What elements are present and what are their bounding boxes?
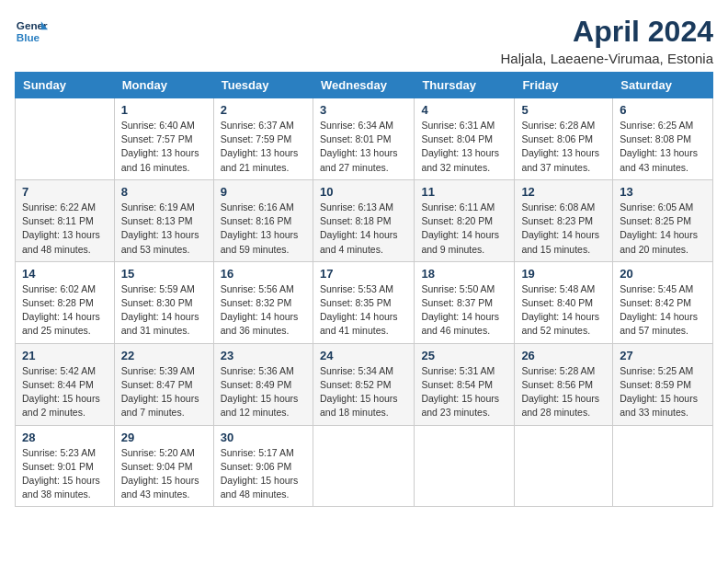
day-info: Sunrise: 5:34 AM Sunset: 8:52 PM Dayligh… xyxy=(320,364,407,420)
calendar-cell: 17Sunrise: 5:53 AM Sunset: 8:35 PM Dayli… xyxy=(313,261,414,343)
column-header-tuesday: Tuesday xyxy=(213,73,313,98)
day-info: Sunrise: 6:02 AM Sunset: 8:28 PM Dayligh… xyxy=(22,282,108,339)
column-header-saturday: Saturday xyxy=(613,73,713,98)
calendar-cell: 30Sunrise: 5:17 AM Sunset: 9:06 PM Dayli… xyxy=(213,425,313,507)
day-number: 29 xyxy=(121,431,207,444)
day-number: 7 xyxy=(22,185,108,199)
calendar-cell xyxy=(515,425,613,507)
day-info: Sunrise: 6:22 AM Sunset: 8:11 PM Dayligh… xyxy=(22,201,108,257)
day-info: Sunrise: 5:45 AM Sunset: 8:42 PM Dayligh… xyxy=(620,282,706,339)
calendar-cell: 1Sunrise: 6:40 AM Sunset: 7:57 PM Daylig… xyxy=(114,98,213,180)
calendar-cell: 12Sunrise: 6:08 AM Sunset: 8:23 PM Dayli… xyxy=(515,179,613,261)
day-number: 1 xyxy=(121,103,207,117)
day-number: 19 xyxy=(521,267,606,281)
day-info: Sunrise: 6:08 AM Sunset: 8:23 PM Dayligh… xyxy=(521,201,606,257)
calendar-cell: 20Sunrise: 5:45 AM Sunset: 8:42 PM Dayli… xyxy=(613,261,713,343)
calendar-cell: 28Sunrise: 5:23 AM Sunset: 9:01 PM Dayli… xyxy=(16,425,115,507)
day-number: 26 xyxy=(521,349,606,362)
day-info: Sunrise: 6:05 AM Sunset: 8:25 PM Dayligh… xyxy=(620,201,706,257)
calendar-cell: 27Sunrise: 5:25 AM Sunset: 8:59 PM Dayli… xyxy=(613,343,713,425)
day-info: Sunrise: 5:25 AM Sunset: 8:59 PM Dayligh… xyxy=(620,364,706,420)
calendar-cell xyxy=(313,425,414,507)
day-info: Sunrise: 6:31 AM Sunset: 8:04 PM Dayligh… xyxy=(421,119,507,175)
calendar-cell: 25Sunrise: 5:31 AM Sunset: 8:54 PM Dayli… xyxy=(415,343,515,425)
calendar-cell xyxy=(415,425,515,507)
day-info: Sunrise: 5:56 AM Sunset: 8:32 PM Dayligh… xyxy=(221,282,306,339)
logo: General Blue xyxy=(15,15,48,48)
day-number: 27 xyxy=(620,349,706,362)
calendar-cell: 13Sunrise: 6:05 AM Sunset: 8:25 PM Dayli… xyxy=(613,179,713,261)
day-info: Sunrise: 6:28 AM Sunset: 8:06 PM Dayligh… xyxy=(521,119,606,175)
day-number: 20 xyxy=(620,267,706,281)
calendar-cell: 7Sunrise: 6:22 AM Sunset: 8:11 PM Daylig… xyxy=(16,179,115,261)
day-info: Sunrise: 5:23 AM Sunset: 9:01 PM Dayligh… xyxy=(22,446,108,502)
calendar-cell: 9Sunrise: 6:16 AM Sunset: 8:16 PM Daylig… xyxy=(213,179,313,261)
day-info: Sunrise: 5:42 AM Sunset: 8:44 PM Dayligh… xyxy=(22,364,108,420)
day-number: 9 xyxy=(221,185,306,199)
day-number: 3 xyxy=(320,103,407,117)
calendar-cell: 11Sunrise: 6:11 AM Sunset: 8:20 PM Dayli… xyxy=(415,179,515,261)
day-info: Sunrise: 6:37 AM Sunset: 7:59 PM Dayligh… xyxy=(221,119,306,175)
day-number: 15 xyxy=(121,267,207,281)
calendar-cell: 29Sunrise: 5:20 AM Sunset: 9:04 PM Dayli… xyxy=(114,425,213,507)
day-info: Sunrise: 6:40 AM Sunset: 7:57 PM Dayligh… xyxy=(121,119,207,175)
calendar-cell: 14Sunrise: 6:02 AM Sunset: 8:28 PM Dayli… xyxy=(16,261,115,343)
day-info: Sunrise: 5:17 AM Sunset: 9:06 PM Dayligh… xyxy=(221,446,306,502)
calendar-title: April 2024 xyxy=(500,15,713,49)
day-info: Sunrise: 6:13 AM Sunset: 8:18 PM Dayligh… xyxy=(320,201,407,257)
column-header-thursday: Thursday xyxy=(415,73,515,98)
day-number: 12 xyxy=(521,185,606,199)
calendar-cell: 5Sunrise: 6:28 AM Sunset: 8:06 PM Daylig… xyxy=(515,98,613,180)
day-info: Sunrise: 5:28 AM Sunset: 8:56 PM Dayligh… xyxy=(521,364,606,420)
calendar-cell: 2Sunrise: 6:37 AM Sunset: 7:59 PM Daylig… xyxy=(213,98,313,180)
day-number: 23 xyxy=(221,349,306,362)
day-number: 5 xyxy=(521,103,606,117)
day-number: 22 xyxy=(121,349,207,362)
day-number: 16 xyxy=(221,267,306,281)
day-number: 11 xyxy=(421,185,507,199)
day-number: 8 xyxy=(121,185,207,199)
day-number: 10 xyxy=(320,185,407,199)
calendar-cell: 21Sunrise: 5:42 AM Sunset: 8:44 PM Dayli… xyxy=(16,343,115,425)
day-info: Sunrise: 5:31 AM Sunset: 8:54 PM Dayligh… xyxy=(421,364,507,420)
day-number: 13 xyxy=(620,185,706,199)
day-info: Sunrise: 5:50 AM Sunset: 8:37 PM Dayligh… xyxy=(421,282,507,339)
day-number: 17 xyxy=(320,267,407,281)
column-header-wednesday: Wednesday xyxy=(313,73,414,98)
calendar-cell: 6Sunrise: 6:25 AM Sunset: 8:08 PM Daylig… xyxy=(613,98,713,180)
calendar-cell: 23Sunrise: 5:36 AM Sunset: 8:49 PM Dayli… xyxy=(213,343,313,425)
day-info: Sunrise: 5:59 AM Sunset: 8:30 PM Dayligh… xyxy=(121,282,207,339)
calendar-cell: 24Sunrise: 5:34 AM Sunset: 8:52 PM Dayli… xyxy=(313,343,414,425)
day-number: 6 xyxy=(620,103,706,117)
day-info: Sunrise: 6:34 AM Sunset: 8:01 PM Dayligh… xyxy=(320,119,407,175)
calendar-cell: 8Sunrise: 6:19 AM Sunset: 8:13 PM Daylig… xyxy=(114,179,213,261)
day-number: 21 xyxy=(22,349,108,362)
day-info: Sunrise: 6:25 AM Sunset: 8:08 PM Dayligh… xyxy=(620,119,706,175)
calendar-cell: 16Sunrise: 5:56 AM Sunset: 8:32 PM Dayli… xyxy=(213,261,313,343)
calendar-cell: 22Sunrise: 5:39 AM Sunset: 8:47 PM Dayli… xyxy=(114,343,213,425)
calendar-cell xyxy=(613,425,713,507)
day-number: 4 xyxy=(421,103,507,117)
day-number: 2 xyxy=(221,103,306,117)
calendar-cell: 10Sunrise: 6:13 AM Sunset: 8:18 PM Dayli… xyxy=(313,179,414,261)
column-header-friday: Friday xyxy=(515,73,613,98)
column-header-sunday: Sunday xyxy=(16,73,115,98)
day-number: 24 xyxy=(320,349,407,362)
day-number: 14 xyxy=(22,267,108,281)
day-number: 28 xyxy=(22,431,108,444)
calendar-table: SundayMondayTuesdayWednesdayThursdayFrid… xyxy=(15,72,713,507)
day-info: Sunrise: 5:53 AM Sunset: 8:35 PM Dayligh… xyxy=(320,282,407,339)
day-number: 25 xyxy=(421,349,507,362)
calendar-subtitle: Haljala, Laeaene-Virumaa, Estonia xyxy=(500,51,713,66)
calendar-cell: 19Sunrise: 5:48 AM Sunset: 8:40 PM Dayli… xyxy=(515,261,613,343)
day-info: Sunrise: 6:19 AM Sunset: 8:13 PM Dayligh… xyxy=(121,201,207,257)
calendar-cell: 18Sunrise: 5:50 AM Sunset: 8:37 PM Dayli… xyxy=(415,261,515,343)
calendar-cell: 15Sunrise: 5:59 AM Sunset: 8:30 PM Dayli… xyxy=(114,261,213,343)
calendar-cell: 4Sunrise: 6:31 AM Sunset: 8:04 PM Daylig… xyxy=(415,98,515,180)
day-info: Sunrise: 6:16 AM Sunset: 8:16 PM Dayligh… xyxy=(221,201,306,257)
day-info: Sunrise: 5:48 AM Sunset: 8:40 PM Dayligh… xyxy=(521,282,606,339)
day-number: 18 xyxy=(421,267,507,281)
day-info: Sunrise: 5:39 AM Sunset: 8:47 PM Dayligh… xyxy=(121,364,207,420)
day-info: Sunrise: 5:36 AM Sunset: 8:49 PM Dayligh… xyxy=(221,364,306,420)
svg-text:Blue: Blue xyxy=(17,31,40,43)
